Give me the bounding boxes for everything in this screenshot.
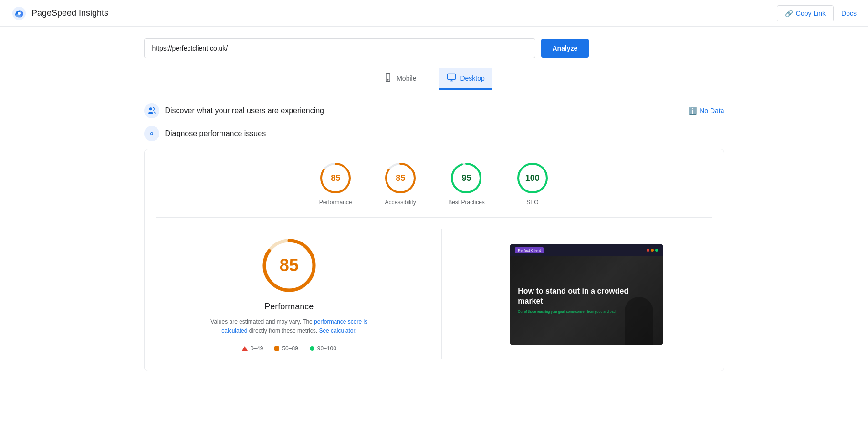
score-circle-seo: 100 [515, 161, 550, 195]
analyze-button[interactable]: Analyze [541, 39, 589, 58]
diagnose-title: Diagnose performance issues [165, 129, 266, 138]
detail-right: Perfect Client How to stand out in a cro… [461, 229, 712, 359]
large-performance-score: 85 [280, 255, 299, 275]
performance-score: 85 [331, 173, 340, 183]
average-icon [274, 346, 279, 351]
score-circle-accessibility: 85 [383, 161, 418, 195]
average-range: 50–89 [282, 345, 298, 352]
best-practices-score: 95 [461, 173, 471, 183]
no-data-label: No Data [700, 107, 724, 115]
pagespeed-logo-icon [11, 6, 27, 21]
screenshot-logo-text: Perfect Client [515, 247, 544, 253]
best-practices-label: Best Practices [448, 199, 485, 206]
tabs-row: Mobile Desktop [144, 68, 724, 90]
main-content: Analyze Mobile Desktop [129, 27, 740, 394]
large-score-circle: 85 [261, 237, 318, 294]
app-title: PageSpeed Insights [31, 8, 108, 18]
no-data-area: ℹ️ No Data [689, 107, 724, 115]
accessibility-label: Accessibility [385, 199, 416, 206]
screenshot-dots [647, 249, 658, 252]
dot-red [647, 249, 649, 252]
svg-point-5 [149, 107, 152, 110]
accessibility-score: 85 [396, 173, 405, 183]
desktop-icon [447, 73, 456, 84]
detail-performance-title: Performance [264, 302, 314, 312]
score-item-best-practices[interactable]: 95 Best Practices [448, 161, 485, 206]
mobile-icon [383, 73, 393, 84]
vertical-divider [441, 229, 442, 359]
copy-link-button[interactable]: 🔗 Copy Link [777, 5, 834, 21]
real-users-title: Discover what your real users are experi… [165, 106, 324, 115]
real-users-section-header: Discover what your real users are experi… [144, 103, 724, 118]
header-right: 🔗 Copy Link Docs [777, 5, 857, 21]
screenshot-subtext: Out of those reaching your goal, some co… [518, 309, 615, 315]
svg-point-8 [151, 133, 152, 135]
copy-link-label: Copy Link [796, 10, 826, 17]
svg-rect-4 [448, 74, 456, 80]
svg-point-3 [387, 79, 388, 80]
legend-fail: 0–49 [242, 345, 263, 352]
performance-label: Performance [319, 199, 352, 206]
info-icon: ℹ️ [689, 107, 697, 115]
fail-icon [242, 346, 248, 351]
search-bar-row: Analyze [144, 38, 724, 58]
dot-green [655, 249, 658, 252]
scores-row: 85 Performance 85 Accessibility [156, 161, 712, 218]
header: PageSpeed Insights 🔗 Copy Link Docs [0, 0, 868, 27]
seo-score: 100 [525, 173, 540, 183]
score-item-seo[interactable]: 100 SEO [515, 161, 550, 206]
docs-link[interactable]: Docs [841, 10, 857, 17]
tab-mobile[interactable]: Mobile [376, 68, 424, 90]
real-users-section-icon [144, 103, 159, 118]
detail-desc: Values are estimated and may vary. The p… [203, 317, 375, 336]
legend-average: 50–89 [274, 345, 298, 352]
dot-orange [651, 249, 654, 252]
calculator-link[interactable]: See calculator. [319, 327, 356, 334]
tab-desktop-label: Desktop [460, 74, 484, 82]
score-item-accessibility[interactable]: 85 Accessibility [383, 161, 418, 206]
pass-range: 90–100 [317, 345, 336, 352]
fail-range: 0–49 [251, 345, 263, 352]
legend-pass: 90–100 [310, 345, 336, 352]
screenshot-topbar: Perfect Client [510, 244, 663, 256]
score-circle-performance: 85 [318, 161, 353, 195]
header-left: PageSpeed Insights [11, 6, 108, 21]
diagnose-section-header: Diagnose performance issues [144, 126, 724, 141]
detail-left: 85 Performance Values are estimated and … [156, 229, 423, 359]
link-icon: 🔗 [785, 10, 793, 17]
screenshot-body: How to stand out in a crowded market Out… [510, 256, 663, 345]
detail-row: 85 Performance Values are estimated and … [156, 229, 712, 359]
screenshot-headline: How to stand out in a crowded market [518, 286, 655, 306]
screenshot-frame: Perfect Client How to stand out in a cro… [510, 244, 663, 345]
url-input[interactable] [144, 38, 535, 58]
pass-icon [310, 346, 314, 351]
tab-desktop[interactable]: Desktop [439, 68, 492, 90]
tab-mobile-label: Mobile [397, 74, 416, 82]
seo-label: SEO [526, 199, 538, 206]
score-item-performance[interactable]: 85 Performance [318, 161, 353, 206]
legend-row: 0–49 50–89 90–100 [242, 345, 336, 352]
score-circle-best-practices: 95 [449, 161, 483, 195]
scores-card: 85 Performance 85 Accessibility [144, 149, 724, 371]
svg-point-1 [18, 12, 21, 15]
diagnose-section-icon [144, 126, 159, 141]
